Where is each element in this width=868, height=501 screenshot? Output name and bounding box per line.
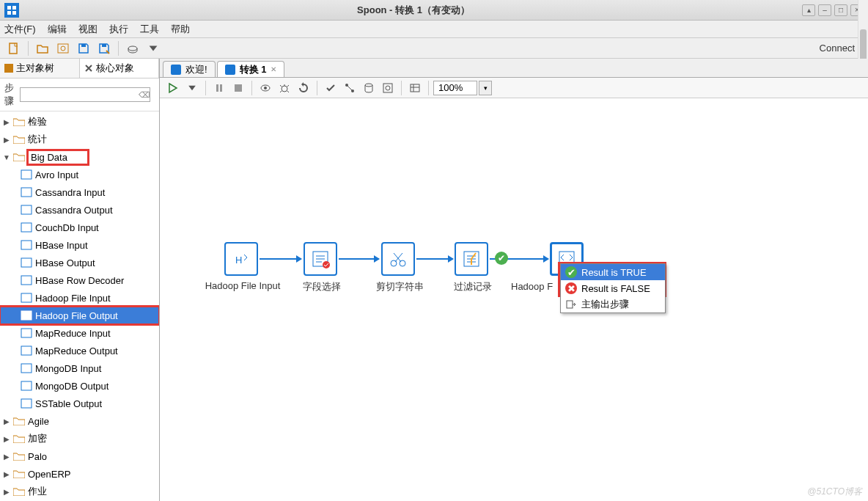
tree-item-mongodb-input[interactable]: MongoDB Input: [0, 359, 159, 377]
window-minimize-button[interactable]: –: [818, 4, 831, 16]
tree-folder-stats[interactable]: ▶ 统计: [0, 131, 159, 148]
svg-rect-14: [21, 276, 32, 285]
run-dropdown-icon[interactable]: [183, 80, 201, 96]
zoom-dropdown-icon[interactable]: ▾: [479, 81, 492, 95]
tree-folder-jobs[interactable]: ▶作业: [0, 483, 159, 500]
node-select-values[interactable]: 字段选择: [304, 242, 337, 276]
ctxmenu-result-false[interactable]: ✖ Result is FALSE: [561, 280, 665, 296]
tree-item-hadoop-file-input[interactable]: Hadoop File Input: [0, 289, 159, 307]
menu-file[interactable]: 文件(F): [4, 23, 36, 36]
tree-item-hbase-row-decoder[interactable]: HBase Row Decoder: [0, 271, 159, 289]
svg-rect-18: [21, 346, 32, 355]
tree-item-mapreduce-output[interactable]: MapReduce Output: [0, 342, 159, 359]
svg-rect-19: [21, 364, 32, 373]
tree-folder-bigdata[interactable]: ▼ Big Data: [0, 148, 159, 166]
ctxmenu-main-output[interactable]: 主输出步骤: [561, 296, 665, 312]
verify-icon[interactable]: [322, 80, 339, 96]
tree-item-mapreduce-input[interactable]: MapReduce Input: [0, 324, 159, 342]
node-cut-string[interactable]: 剪切字符串: [381, 242, 415, 276]
x-icon: ✖: [565, 282, 577, 294]
menu-edit[interactable]: 编辑: [48, 23, 67, 36]
welcome-tab-icon: [171, 65, 181, 75]
menu-tools[interactable]: 工具: [140, 23, 159, 36]
tab-core-objects[interactable]: 核心对象: [80, 59, 160, 78]
node-filter-rows[interactable]: 过滤记录: [455, 242, 488, 276]
window-maximize-button[interactable]: □: [834, 4, 847, 16]
window-up-button[interactable]: ▴: [802, 4, 815, 16]
run-icon[interactable]: [164, 80, 182, 96]
menubar: 文件(F) 编辑 视图 执行 工具 帮助: [0, 21, 868, 38]
tree-item-hadoop-file-output[interactable]: Hadoop File Output: [0, 307, 159, 324]
tree-folder-palo[interactable]: ▶Palo: [0, 447, 159, 465]
perspective-icon[interactable]: [123, 40, 142, 56]
svg-point-27: [282, 86, 287, 92]
tree-folder-encrypt[interactable]: ▶加密: [0, 430, 159, 447]
tree-item-hbase-input[interactable]: HBase Input: [0, 236, 159, 254]
close-tab-icon[interactable]: ✕: [271, 65, 276, 73]
impact-icon[interactable]: [341, 80, 358, 96]
replay-icon[interactable]: [295, 80, 312, 96]
svg-rect-11: [21, 223, 32, 232]
tree-item-sstable-output[interactable]: SSTable Output: [0, 395, 159, 412]
svg-rect-21: [21, 399, 32, 408]
steps-tree[interactable]: ▶ 检验 ▶ 统计 ▼ Big Data Avro Input Cassandr…: [0, 111, 159, 501]
hop-1-2[interactable]: [260, 258, 301, 260]
tab-main-tree[interactable]: 主对象树: [0, 59, 80, 78]
stop-icon[interactable]: [229, 80, 247, 96]
canvas[interactable]: ✔ H Hadoop File Input 字段选择 剪切字符串 过滤记录 Ha…: [160, 98, 868, 501]
main-area: 主对象树 核心对象 步骤 ⌫ ⊞ ⊟ ▶ 检验 ▶ 统计: [0, 59, 868, 501]
preview-icon[interactable]: [257, 80, 274, 96]
save-icon[interactable]: [74, 40, 93, 56]
tree-item-hbase-output[interactable]: HBase Output: [0, 254, 159, 271]
svg-rect-15: [21, 293, 32, 302]
show-results-icon[interactable]: [406, 80, 424, 96]
menu-help[interactable]: 帮助: [171, 23, 190, 36]
tree-item-cassandra-input[interactable]: Cassandra Input: [0, 183, 159, 201]
explore-icon[interactable]: [54, 40, 73, 56]
node-hadoop-file-input[interactable]: H Hadoop File Input: [224, 242, 258, 276]
tree-folder-openerp[interactable]: ▶OpenERP: [0, 465, 159, 483]
explore-db-icon[interactable]: [379, 80, 397, 96]
hop-3-4[interactable]: [416, 258, 453, 260]
ctxmenu-result-true[interactable]: ✔ Result is TRUE: [561, 264, 665, 280]
menu-view[interactable]: 视图: [78, 23, 98, 36]
tree-item-couchdb-input[interactable]: CouchDb Input: [0, 219, 159, 236]
debug-icon[interactable]: [276, 80, 293, 96]
window-title: Spoon - 转换 1（有变动）: [25, 4, 802, 17]
svg-rect-33: [411, 84, 419, 92]
dropdown-arrow-icon[interactable]: [144, 40, 163, 56]
zoom-value[interactable]: 100%: [433, 81, 477, 95]
tree-folder-truncated[interactable]: ▶ 检验: [0, 113, 159, 131]
svg-rect-31: [383, 84, 392, 92]
svg-rect-24: [235, 84, 242, 92]
svg-rect-5: [102, 44, 106, 47]
svg-rect-6: [4, 64, 13, 73]
tree-item-cassandra-output[interactable]: Cassandra Output: [0, 201, 159, 219]
tree-item-mongodb-output[interactable]: MongoDB Output: [0, 377, 159, 395]
open-icon[interactable]: [33, 40, 52, 56]
svg-text:H: H: [235, 255, 242, 266]
svg-rect-16: [21, 311, 32, 320]
search-input[interactable]: [20, 87, 150, 102]
left-panel: 主对象树 核心对象 步骤 ⌫ ⊞ ⊟ ▶ 检验 ▶ 统计: [0, 59, 160, 501]
pause-icon[interactable]: [210, 80, 228, 96]
sql-icon[interactable]: [360, 80, 378, 96]
new-file-icon[interactable]: [4, 40, 23, 56]
svg-rect-10: [21, 205, 32, 214]
save-as-icon[interactable]: [95, 40, 114, 56]
svg-point-32: [386, 86, 390, 90]
tree-folder-agile[interactable]: ▶Agile: [0, 412, 159, 430]
tab-trans1[interactable]: 转换 1 ✕: [217, 61, 285, 77]
left-tab-strip: 主对象树 核心对象: [0, 59, 159, 78]
menu-run[interactable]: 执行: [109, 23, 128, 36]
svg-rect-12: [21, 241, 32, 249]
tab-welcome[interactable]: 欢迎!: [163, 61, 216, 77]
clear-search-icon[interactable]: ⌫: [139, 90, 150, 100]
svg-point-26: [264, 87, 267, 89]
editor-area: 欢迎! 转换 1 ✕ 100%: [160, 59, 868, 501]
svg-rect-9: [21, 188, 32, 197]
svg-rect-23: [220, 84, 222, 92]
tree-item-avro-input[interactable]: Avro Input: [0, 166, 159, 183]
connect-button[interactable]: Connect: [811, 43, 864, 54]
hop-2-3[interactable]: [339, 258, 379, 260]
